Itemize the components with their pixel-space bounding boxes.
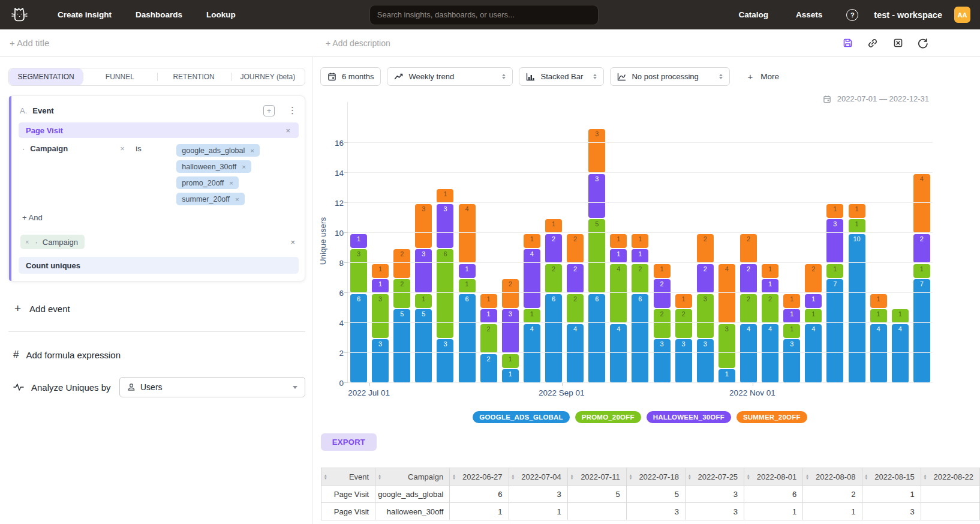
bar-segment-halloween-30off[interactable]: 4: [524, 249, 540, 308]
tab-journey-beta[interactable]: JOURNEY (beta): [231, 68, 305, 85]
analyze-by-select[interactable]: Users: [119, 377, 305, 397]
nav-catalog[interactable]: Catalog: [727, 5, 781, 24]
column-header-2022-07-18[interactable]: ▴▾2022-07-18: [626, 468, 685, 486]
bar-segment-halloween-30off[interactable]: 2: [913, 234, 930, 263]
bar-segment-halloween-30off[interactable]: 2: [545, 234, 562, 263]
bar-segment-promo-20off[interactable]: 2: [654, 309, 671, 338]
duplicate-event-icon[interactable]: +: [263, 105, 275, 116]
bar-segment-summer-20off[interactable]: 1: [654, 264, 671, 278]
legend-promo-20off[interactable]: PROMO_20OFF: [575, 411, 641, 423]
close-box-icon[interactable]: [892, 38, 903, 49]
bar-segment-google-ads-global[interactable]: 4: [524, 324, 540, 383]
column-header-campaign[interactable]: ▴▾Campaign: [375, 468, 450, 486]
sort-icon[interactable]: ▴▾: [512, 474, 515, 480]
event-selector[interactable]: Page Visit ×: [19, 122, 299, 138]
sort-icon[interactable]: ▴▾: [630, 474, 632, 480]
breakdown-chip[interactable]: × · Campaign: [20, 235, 85, 249]
bar-segment-summer-20off[interactable]: 1: [762, 264, 778, 278]
legend-summer-20off[interactable]: SUMMER_20OFF: [736, 411, 807, 423]
bar-segment-google-ads-global[interactable]: 7: [826, 279, 843, 383]
bar-segment-summer-20off[interactable]: 1: [545, 219, 562, 233]
sort-icon[interactable]: ▴▾: [324, 474, 327, 480]
bar-segment-promo-20off[interactable]: 2: [545, 264, 562, 293]
bar-segment-google-ads-global[interactable]: 5: [415, 309, 432, 383]
link-icon[interactable]: [867, 38, 878, 49]
bar-segment-summer-20off[interactable]: 3: [415, 204, 432, 248]
bar-segment-summer-20off[interactable]: 1: [437, 189, 453, 203]
bar-segment-google-ads-global[interactable]: 4: [762, 324, 778, 383]
bar-segment-promo-20off[interactable]: 2: [393, 279, 410, 308]
bar-segment-google-ads-global[interactable]: 3: [675, 339, 692, 383]
tab-segmentation[interactable]: SEGMENTATION: [9, 68, 83, 85]
bar-segment-summer-20off[interactable]: 2: [805, 264, 822, 293]
remove-event-icon[interactable]: ×: [284, 126, 291, 135]
remove-breakdown-icon[interactable]: ×: [25, 238, 29, 245]
sort-icon[interactable]: ▴▾: [747, 474, 750, 480]
bar-segment-halloween-30off[interactable]: 1: [372, 279, 389, 293]
bar-segment-halloween-30off[interactable]: 1: [459, 264, 476, 278]
remove-value-icon[interactable]: ×: [250, 147, 254, 154]
nav-lookup[interactable]: Lookup: [194, 5, 248, 24]
bar-segment-summer-20off[interactable]: 3: [588, 129, 605, 173]
column-header-2022-08-22[interactable]: ▴▾2022-08-22: [921, 468, 979, 486]
bar-segment-summer-20off[interactable]: 2: [393, 249, 410, 278]
bar-segment-promo-20off[interactable]: 1: [524, 309, 540, 323]
bar-segment-promo-20off[interactable]: 3: [372, 294, 389, 338]
tab-funnel[interactable]: FUNNEL: [83, 68, 157, 85]
bar-segment-summer-20off[interactable]: 2: [697, 234, 714, 263]
bar-segment-promo-20off[interactable]: 1: [826, 264, 843, 278]
chart-type-select[interactable]: Stacked Bar: [519, 67, 604, 86]
add-and-filter-button[interactable]: + And: [22, 213, 50, 222]
bar-segment-promo-20off[interactable]: 1: [892, 309, 909, 323]
bar-segment-google-ads-global[interactable]: 3: [372, 339, 389, 383]
app-logo-cat-icon[interactable]: [10, 4, 30, 26]
add-title-field[interactable]: + Add title: [10, 38, 49, 48]
sort-icon[interactable]: ▴▾: [571, 474, 573, 480]
bar-segment-summer-20off[interactable]: 1: [524, 234, 540, 248]
filter-value-chip[interactable]: summer_20off×: [176, 193, 244, 205]
nav-create-insight[interactable]: Create insight: [46, 5, 124, 24]
bar-segment-promo-20off[interactable]: 2: [762, 294, 778, 323]
user-avatar[interactable]: AA: [954, 7, 970, 23]
bar-segment-google-ads-global[interactable]: 6: [632, 294, 648, 383]
column-header-2022-07-25[interactable]: ▴▾2022-07-25: [685, 468, 744, 486]
bar-segment-summer-20off[interactable]: 4: [719, 264, 735, 323]
bar-segment-summer-20off[interactable]: 2: [740, 234, 757, 263]
filter-value-chip[interactable]: google_ads_global×: [176, 144, 260, 157]
bar-segment-promo-20off[interactable]: 2: [632, 264, 648, 293]
bar-segment-promo-20off[interactable]: 4: [610, 264, 627, 323]
bar-segment-halloween-30off[interactable]: 3: [437, 204, 453, 248]
sort-icon[interactable]: ▴▾: [378, 474, 381, 480]
bar-segment-google-ads-global[interactable]: 3: [783, 339, 800, 383]
sort-icon[interactable]: ▴▾: [689, 474, 691, 480]
bar-segment-google-ads-global[interactable]: 4: [892, 324, 909, 383]
bar-segment-google-ads-global[interactable]: 1: [719, 369, 735, 383]
aggregation-selector[interactable]: Count uniques: [19, 257, 299, 274]
nav-assets[interactable]: Assets: [784, 5, 834, 24]
search-input[interactable]: [377, 10, 591, 19]
bar-segment-summer-20off[interactable]: 2: [567, 234, 584, 263]
bar-segment-halloween-30off[interactable]: 1: [762, 279, 778, 293]
bar-segment-promo-20off[interactable]: 1: [502, 354, 519, 368]
remove-filter-icon[interactable]: ×: [120, 144, 136, 205]
bar-segment-halloween-30off[interactable]: 3: [502, 309, 519, 353]
bar-segment-promo-20off[interactable]: 1: [870, 309, 887, 323]
bar-segment-halloween-30off[interactable]: 1: [632, 249, 648, 263]
workspace-name[interactable]: test - workspace: [874, 10, 942, 20]
column-header-2022-08-01[interactable]: ▴▾2022-08-01: [744, 468, 803, 486]
bar-segment-summer-20off[interactable]: 1: [480, 294, 497, 308]
column-header-2022-06-27[interactable]: ▴▾2022-06-27: [450, 468, 509, 486]
bar-segment-google-ads-global[interactable]: 6: [459, 294, 476, 383]
bar-segment-google-ads-global[interactable]: 6: [588, 294, 605, 383]
help-icon[interactable]: ?: [846, 9, 858, 21]
bar-segment-summer-20off[interactable]: 1: [783, 294, 800, 308]
export-button[interactable]: EXPORT: [321, 433, 377, 451]
bar-segment-summer-20off[interactable]: 2: [502, 279, 519, 308]
bar-segment-promo-20off[interactable]: 3: [719, 324, 735, 368]
filter-operator[interactable]: is: [136, 144, 176, 205]
post-processing-select[interactable]: No post processing: [610, 67, 730, 86]
bar-segment-halloween-30off[interactable]: 3: [588, 174, 605, 218]
bar-segment-summer-20off[interactable]: 4: [459, 204, 476, 263]
bar-segment-google-ads-global[interactable]: 1: [502, 369, 519, 383]
bar-segment-promo-20off[interactable]: 1: [805, 309, 822, 323]
